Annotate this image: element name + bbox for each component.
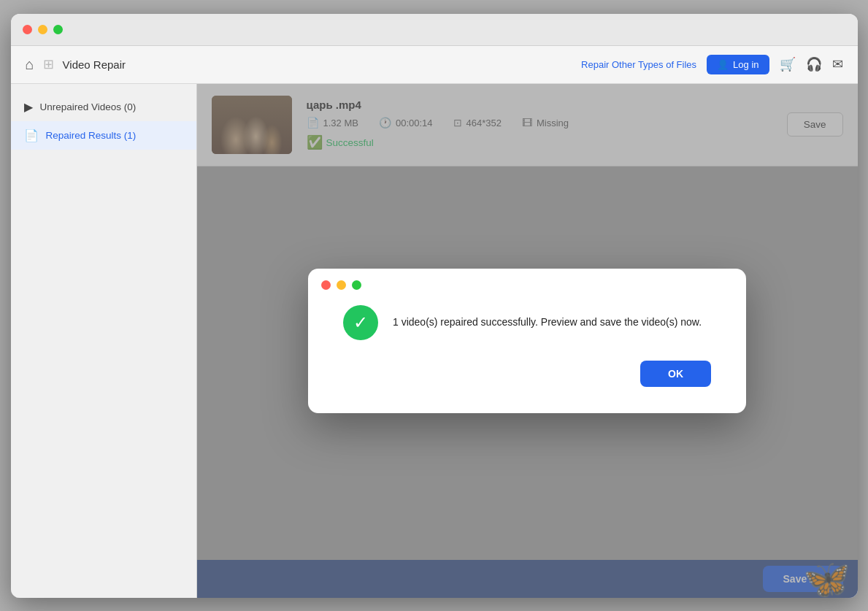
sidebar-item-repaired-label: Repaired Results (1) — [46, 130, 137, 141]
repair-other-link[interactable]: Repair Other Types of Files — [581, 59, 696, 70]
login-button[interactable]: 👤 Log in — [707, 55, 769, 74]
page-title: Video Repair — [63, 58, 126, 71]
toolbar-right: Repair Other Types of Files 👤 Log in 🛒 🎧… — [581, 55, 842, 74]
title-bar — [11, 14, 858, 46]
sidebar-item-unrepaired[interactable]: ▶ Unrepaired Videos (0) — [11, 93, 196, 121]
main-layout: ▶ Unrepaired Videos (0) 📄 Repaired Resul… — [11, 84, 858, 598]
person-icon: 👤 — [717, 59, 729, 70]
content-area: ▶ царь .mp4 📄 1.32 MB 🕐 00:00:14 — [197, 84, 858, 598]
modal-overlay: ✓ 1 video(s) repaired successfully. Prev… — [197, 84, 858, 598]
toolbar: ⌂ ⊞ Video Repair Repair Other Types of F… — [11, 46, 858, 84]
modal-message: 1 video(s) repaired successfully. Previe… — [393, 305, 702, 330]
sidebar-item-unrepaired-label: Unrepaired Videos (0) — [40, 101, 137, 112]
app-window: ⌂ ⊞ Video Repair Repair Other Types of F… — [11, 14, 858, 598]
cart-icon[interactable]: 🛒 — [780, 56, 796, 72]
success-modal: ✓ 1 video(s) repaired successfully. Prev… — [308, 269, 746, 413]
video-icon: ▶ — [24, 100, 33, 114]
headphone-icon[interactable]: 🎧 — [806, 56, 822, 72]
toolbar-divider: ⊞ — [43, 56, 54, 72]
modal-minimize-button[interactable] — [337, 280, 346, 290]
maximize-button[interactable] — [53, 25, 63, 34]
document-icon: 📄 — [24, 128, 39, 142]
sidebar-item-repaired[interactable]: 📄 Repaired Results (1) — [11, 121, 196, 150]
home-icon[interactable]: ⌂ — [26, 56, 34, 73]
modal-ok-button[interactable]: OK — [640, 361, 711, 387]
login-label: Log in — [733, 59, 758, 70]
minimize-button[interactable] — [38, 25, 47, 34]
modal-maximize-button[interactable] — [352, 280, 361, 290]
modal-content: ✓ 1 video(s) repaired successfully. Prev… — [343, 305, 711, 340]
mail-icon[interactable]: ✉ — [832, 56, 843, 72]
toolbar-left: ⌂ ⊞ Video Repair — [26, 56, 582, 73]
modal-traffic-lights — [321, 280, 361, 290]
modal-close-button[interactable] — [321, 280, 331, 290]
close-button[interactable] — [23, 25, 32, 34]
sidebar: ▶ Unrepaired Videos (0) 📄 Repaired Resul… — [11, 84, 197, 598]
window-traffic-lights — [23, 25, 63, 34]
modal-success-icon: ✓ — [343, 305, 378, 340]
modal-actions: OK — [343, 361, 711, 387]
